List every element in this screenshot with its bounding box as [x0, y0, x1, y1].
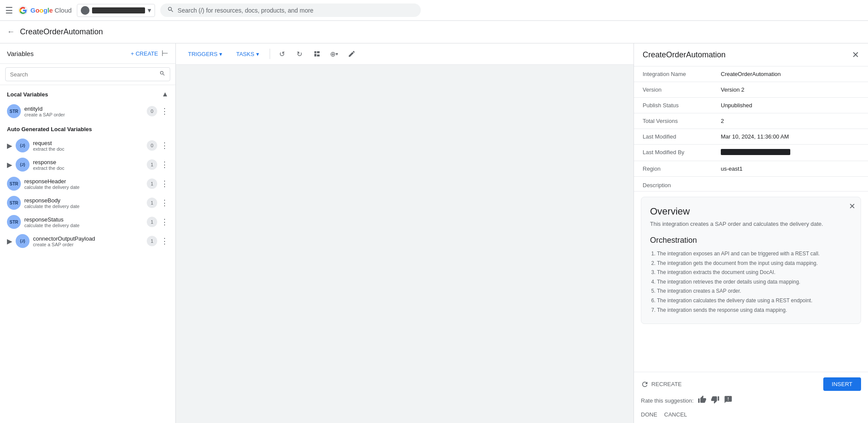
- panel-close-button[interactable]: ✕: [852, 50, 859, 60]
- field-value-redacted: [712, 145, 868, 161]
- canvas-area: TRIGGERS ▾ TASKS ▾ ↺ ↻ ⊕ ▾: [176, 43, 634, 423]
- variable-badge-json: {J}: [16, 139, 30, 152]
- variable-count-badge: 1: [147, 198, 157, 208]
- done-cancel-row: DONE CANCEL: [641, 408, 861, 418]
- list-item[interactable]: ▶ {J} connectorOutputPayload create a SA…: [0, 231, 175, 251]
- auto-generated-section-header: Auto Generated Local Variables: [0, 121, 175, 136]
- table-row: Total Versions 2: [634, 113, 868, 129]
- field-label: Last Modified: [634, 129, 712, 145]
- variable-search-wrap[interactable]: [5, 67, 170, 81]
- global-search-input[interactable]: [178, 7, 414, 14]
- feedback-button[interactable]: [724, 395, 733, 406]
- insert-button[interactable]: INSERT: [823, 377, 861, 391]
- layout-button[interactable]: [310, 47, 324, 61]
- edit-button[interactable]: [345, 47, 359, 61]
- project-selector[interactable]: ▾: [77, 4, 155, 17]
- variable-description: extract the doc: [33, 146, 143, 152]
- list-item[interactable]: ▶ {J} response extract the doc 1 ⋮: [0, 155, 175, 174]
- field-value: Version 2: [712, 82, 868, 98]
- expand-arrow-icon[interactable]: ▶: [7, 142, 12, 150]
- list-item[interactable]: STR responseBody calculate the delivery …: [0, 193, 175, 212]
- create-variable-button[interactable]: + CREATE: [131, 50, 158, 57]
- variable-description: extract the doc: [33, 165, 143, 171]
- variable-more-icon[interactable]: ⋮: [161, 236, 168, 246]
- undo-button[interactable]: ↺: [275, 47, 289, 61]
- variable-description: create a SAP order: [33, 242, 143, 247]
- triggers-button[interactable]: TRIGGERS ▾: [183, 48, 228, 60]
- variable-count-badge: 1: [147, 159, 157, 170]
- variable-badge-str: STR: [7, 177, 21, 191]
- redacted-value: [721, 149, 790, 155]
- list-item[interactable]: ▶ {J} request extract the doc 0 ⋮: [0, 136, 175, 155]
- footer-actions: RECREATE INSERT: [641, 377, 861, 391]
- field-label: Publish Status: [634, 98, 712, 113]
- variable-more-icon[interactable]: ⋮: [161, 198, 168, 208]
- variable-count-badge: 1: [147, 178, 157, 189]
- variable-count-badge: 1: [147, 236, 157, 246]
- variable-description: calculate the delivery date: [24, 204, 143, 209]
- variable-badge-json: {J}: [16, 234, 30, 248]
- variable-name: entityId: [24, 106, 143, 112]
- orchestration-title: Orchestration: [650, 236, 852, 245]
- local-variables-section-header: Local Variables ▲: [0, 85, 175, 102]
- toolbar-divider: [270, 49, 270, 59]
- variable-count-badge: 1: [147, 217, 157, 227]
- list-item[interactable]: STR entityId create a SAP order 0 ⋮: [0, 102, 175, 121]
- variable-badge-str: STR: [7, 215, 21, 229]
- field-label: Last Modified By: [634, 145, 712, 161]
- recreate-button[interactable]: RECREATE: [641, 380, 682, 388]
- overview-close-button[interactable]: ✕: [849, 202, 855, 211]
- list-item[interactable]: STR responseHeader calculate the deliver…: [0, 174, 175, 193]
- project-chevron-icon: ▾: [148, 6, 151, 14]
- panel-title: CreateOrderAutomation: [643, 50, 726, 59]
- list-item: The integration exposes an API and can b…: [657, 249, 852, 259]
- field-value: us-east1: [712, 161, 868, 177]
- thumbs-up-button[interactable]: [698, 395, 706, 406]
- main-layout: Variables + CREATE ⊢ Local Variables ▲ S…: [0, 43, 868, 423]
- cancel-button[interactable]: CANCEL: [664, 411, 687, 418]
- overview-text: This integration creates a SAP order and…: [650, 221, 852, 227]
- done-button[interactable]: DONE: [641, 411, 657, 418]
- rating-row: Rate this suggestion:: [641, 391, 861, 408]
- back-button[interactable]: ←: [7, 27, 15, 36]
- list-item[interactable]: STR responseStatus calculate the deliver…: [0, 212, 175, 231]
- thumbs-down-button[interactable]: [711, 395, 719, 406]
- field-label: Integration Name: [634, 66, 712, 82]
- triggers-label: TRIGGERS: [188, 51, 218, 57]
- field-label: Total Versions: [634, 113, 712, 129]
- variable-badge-str: STR: [7, 196, 21, 210]
- sidebar-toolbar: Variables + CREATE ⊢: [0, 43, 175, 64]
- redo-button[interactable]: ↻: [293, 47, 307, 61]
- tasks-button[interactable]: TASKS ▾: [231, 48, 264, 60]
- variable-badge-str: STR: [7, 104, 21, 118]
- google-cloud-logo: Google Cloud: [18, 6, 72, 15]
- variable-search-input[interactable]: [10, 71, 157, 78]
- search-icon: [167, 6, 174, 14]
- variable-description: calculate the delivery date: [24, 223, 143, 228]
- expand-arrow-icon[interactable]: ▶: [7, 161, 12, 169]
- variable-info: responseStatus calculate the delivery da…: [24, 216, 143, 228]
- field-value: Mar 10, 2024, 11:36:00 AM: [712, 129, 868, 145]
- variable-more-icon[interactable]: ⋮: [161, 141, 168, 150]
- variable-more-icon[interactable]: ⋮: [161, 106, 168, 116]
- local-variables-collapse-icon[interactable]: ▲: [162, 90, 168, 98]
- variable-more-icon[interactable]: ⋮: [161, 217, 168, 227]
- tasks-chevron-icon: ▾: [256, 51, 259, 57]
- variable-more-icon[interactable]: ⋮: [161, 160, 168, 169]
- variable-name: connectorOutputPayload: [33, 235, 143, 242]
- sidebar-collapse-icon[interactable]: ⊢: [162, 49, 168, 58]
- zoom-button[interactable]: ⊕ ▾: [327, 47, 341, 61]
- local-variables-title: Local Variables: [7, 91, 48, 98]
- hamburger-menu-icon[interactable]: ☰: [5, 5, 13, 16]
- variable-more-icon[interactable]: ⋮: [161, 179, 168, 188]
- zoom-chevron-icon: ▾: [336, 51, 338, 57]
- field-value: 2: [712, 113, 868, 129]
- description-label: Description: [634, 177, 868, 192]
- page-title: CreateOrderAutomation: [20, 27, 103, 36]
- variables-sidebar: Variables + CREATE ⊢ Local Variables ▲ S…: [0, 43, 176, 423]
- sidebar-title: Variables: [7, 50, 33, 57]
- global-search-bar[interactable]: [160, 3, 421, 17]
- variable-count-badge: 0: [147, 140, 157, 151]
- expand-arrow-icon[interactable]: ▶: [7, 237, 12, 245]
- variable-name: responseStatus: [24, 216, 143, 223]
